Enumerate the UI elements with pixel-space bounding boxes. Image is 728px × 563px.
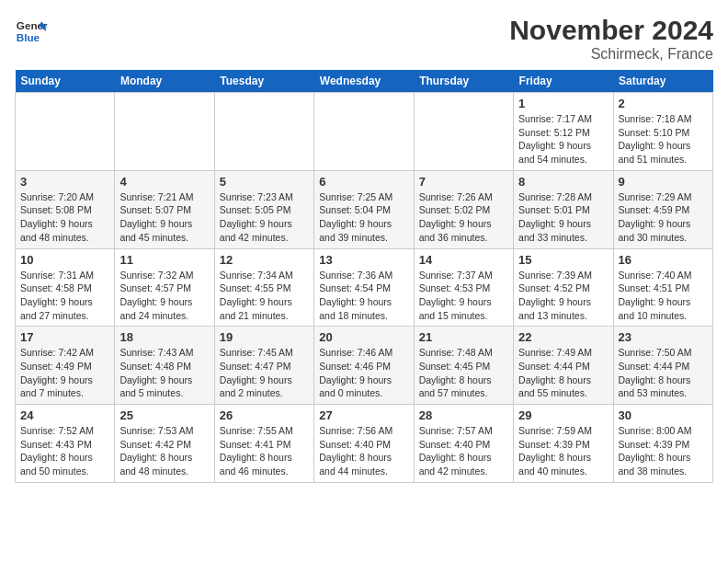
day-info: Sunrise: 7:29 AM Sunset: 4:59 PM Dayligh… — [619, 190, 708, 245]
table-cell — [314, 93, 414, 171]
day-info: Sunrise: 7:53 AM Sunset: 4:42 PM Dayligh… — [119, 424, 209, 478]
header: General Blue November 2024 Schirmeck, Fr… — [15, 15, 713, 63]
day-info: Sunrise: 7:37 AM Sunset: 4:53 PM Dayligh… — [419, 269, 508, 323]
svg-text:Blue: Blue — [17, 31, 40, 43]
day-number: 10 — [20, 253, 109, 267]
col-tuesday: Tuesday — [214, 70, 313, 93]
day-info: Sunrise: 7:28 AM Sunset: 5:01 PM Dayligh… — [518, 190, 608, 245]
table-cell: 3Sunrise: 7:20 AM Sunset: 5:08 PM Daylig… — [16, 170, 115, 248]
day-number: 18 — [119, 330, 209, 344]
day-info: Sunrise: 7:26 AM Sunset: 5:02 PM Dayligh… — [419, 190, 508, 245]
day-number: 9 — [619, 175, 708, 189]
table-cell: 30Sunrise: 8:00 AM Sunset: 4:39 PM Dayli… — [613, 405, 712, 483]
day-info: Sunrise: 7:49 AM Sunset: 4:44 PM Dayligh… — [518, 346, 608, 400]
day-number: 29 — [518, 408, 608, 422]
location-title: Schirmeck, France — [509, 46, 713, 63]
week-row-1: 1Sunrise: 7:17 AM Sunset: 5:12 PM Daylig… — [16, 93, 713, 171]
day-number: 13 — [319, 253, 408, 267]
day-number: 2 — [619, 97, 708, 110]
day-number: 23 — [619, 330, 708, 344]
day-info: Sunrise: 7:39 AM Sunset: 4:52 PM Dayligh… — [518, 269, 608, 323]
table-cell: 10Sunrise: 7:31 AM Sunset: 4:58 PM Dayli… — [16, 248, 115, 327]
col-thursday: Thursday — [414, 70, 513, 93]
day-number: 11 — [119, 253, 209, 267]
day-info: Sunrise: 7:59 AM Sunset: 4:39 PM Dayligh… — [518, 424, 608, 478]
calendar-table: Sunday Monday Tuesday Wednesday Thursday… — [15, 70, 713, 483]
table-cell: 23Sunrise: 7:50 AM Sunset: 4:44 PM Dayli… — [613, 327, 712, 405]
table-cell: 4Sunrise: 7:21 AM Sunset: 5:07 PM Daylig… — [115, 170, 214, 248]
day-info: Sunrise: 7:31 AM Sunset: 4:58 PM Dayligh… — [20, 269, 109, 323]
table-cell: 13Sunrise: 7:36 AM Sunset: 4:54 PM Dayli… — [314, 248, 414, 327]
day-number: 25 — [119, 408, 209, 422]
table-cell: 19Sunrise: 7:45 AM Sunset: 4:47 PM Dayli… — [214, 327, 313, 405]
table-cell: 16Sunrise: 7:40 AM Sunset: 4:51 PM Dayli… — [613, 248, 712, 327]
day-info: Sunrise: 7:46 AM Sunset: 4:46 PM Dayligh… — [319, 346, 408, 400]
day-number: 17 — [20, 330, 109, 344]
day-number: 4 — [119, 175, 209, 189]
day-info: Sunrise: 7:50 AM Sunset: 4:44 PM Dayligh… — [619, 346, 708, 400]
day-number: 8 — [518, 175, 608, 189]
day-number: 12 — [220, 253, 309, 267]
logo-icon: General Blue — [15, 15, 48, 48]
table-cell — [115, 93, 214, 171]
col-monday: Monday — [115, 70, 214, 93]
logo: General Blue — [15, 15, 48, 48]
table-cell: 1Sunrise: 7:17 AM Sunset: 5:12 PM Daylig… — [514, 93, 613, 171]
day-number: 19 — [220, 330, 309, 344]
month-title: November 2024 — [509, 15, 713, 46]
day-number: 22 — [518, 330, 608, 344]
day-info: Sunrise: 7:52 AM Sunset: 4:43 PM Dayligh… — [20, 424, 109, 478]
table-cell: 21Sunrise: 7:48 AM Sunset: 4:45 PM Dayli… — [414, 327, 513, 405]
table-cell: 29Sunrise: 7:59 AM Sunset: 4:39 PM Dayli… — [514, 405, 613, 483]
table-cell — [16, 93, 115, 171]
day-number: 24 — [20, 408, 109, 422]
day-info: Sunrise: 7:25 AM Sunset: 5:04 PM Dayligh… — [319, 190, 408, 245]
col-saturday: Saturday — [613, 70, 712, 93]
day-number: 14 — [419, 253, 508, 267]
day-number: 5 — [220, 175, 309, 189]
table-cell — [214, 93, 313, 171]
table-cell: 18Sunrise: 7:43 AM Sunset: 4:48 PM Dayli… — [115, 327, 214, 405]
day-info: Sunrise: 7:45 AM Sunset: 4:47 PM Dayligh… — [220, 346, 309, 400]
table-cell: 12Sunrise: 7:34 AM Sunset: 4:55 PM Dayli… — [214, 248, 313, 327]
day-number: 15 — [518, 253, 608, 267]
table-cell: 15Sunrise: 7:39 AM Sunset: 4:52 PM Dayli… — [514, 248, 613, 327]
day-info: Sunrise: 7:32 AM Sunset: 4:57 PM Dayligh… — [119, 269, 209, 323]
col-friday: Friday — [514, 70, 613, 93]
day-number: 21 — [419, 330, 508, 344]
day-info: Sunrise: 8:00 AM Sunset: 4:39 PM Dayligh… — [619, 424, 708, 478]
day-info: Sunrise: 7:57 AM Sunset: 4:40 PM Dayligh… — [419, 424, 508, 478]
col-wednesday: Wednesday — [314, 70, 414, 93]
table-cell: 24Sunrise: 7:52 AM Sunset: 4:43 PM Dayli… — [16, 405, 115, 483]
day-number: 16 — [619, 253, 708, 267]
day-number: 28 — [419, 408, 508, 422]
day-number: 30 — [619, 408, 708, 422]
table-cell: 9Sunrise: 7:29 AM Sunset: 4:59 PM Daylig… — [613, 170, 712, 248]
week-row-4: 17Sunrise: 7:42 AM Sunset: 4:49 PM Dayli… — [16, 327, 713, 405]
table-cell: 22Sunrise: 7:49 AM Sunset: 4:44 PM Dayli… — [514, 327, 613, 405]
day-info: Sunrise: 7:34 AM Sunset: 4:55 PM Dayligh… — [220, 269, 309, 323]
table-cell: 2Sunrise: 7:18 AM Sunset: 5:10 PM Daylig… — [613, 93, 712, 171]
header-row: Sunday Monday Tuesday Wednesday Thursday… — [16, 70, 713, 93]
table-cell: 20Sunrise: 7:46 AM Sunset: 4:46 PM Dayli… — [314, 327, 414, 405]
day-info: Sunrise: 7:23 AM Sunset: 5:05 PM Dayligh… — [220, 190, 309, 245]
page: General Blue November 2024 Schirmeck, Fr… — [0, 0, 728, 563]
day-info: Sunrise: 7:17 AM Sunset: 5:12 PM Dayligh… — [518, 112, 608, 167]
day-number: 1 — [518, 97, 608, 110]
table-cell: 14Sunrise: 7:37 AM Sunset: 4:53 PM Dayli… — [414, 248, 513, 327]
table-cell: 26Sunrise: 7:55 AM Sunset: 4:41 PM Dayli… — [214, 405, 313, 483]
table-cell: 27Sunrise: 7:56 AM Sunset: 4:40 PM Dayli… — [314, 405, 414, 483]
day-info: Sunrise: 7:36 AM Sunset: 4:54 PM Dayligh… — [319, 269, 408, 323]
day-info: Sunrise: 7:56 AM Sunset: 4:40 PM Dayligh… — [319, 424, 408, 478]
table-cell: 25Sunrise: 7:53 AM Sunset: 4:42 PM Dayli… — [115, 405, 214, 483]
table-cell: 7Sunrise: 7:26 AM Sunset: 5:02 PM Daylig… — [414, 170, 513, 248]
day-number: 6 — [319, 175, 408, 189]
day-info: Sunrise: 7:20 AM Sunset: 5:08 PM Dayligh… — [20, 190, 109, 245]
week-row-5: 24Sunrise: 7:52 AM Sunset: 4:43 PM Dayli… — [16, 405, 713, 483]
table-cell — [414, 93, 513, 171]
day-info: Sunrise: 7:48 AM Sunset: 4:45 PM Dayligh… — [419, 346, 508, 400]
title-block: November 2024 Schirmeck, France — [509, 15, 713, 63]
table-cell: 11Sunrise: 7:32 AM Sunset: 4:57 PM Dayli… — [115, 248, 214, 327]
day-number: 7 — [419, 175, 508, 189]
table-cell: 8Sunrise: 7:28 AM Sunset: 5:01 PM Daylig… — [514, 170, 613, 248]
